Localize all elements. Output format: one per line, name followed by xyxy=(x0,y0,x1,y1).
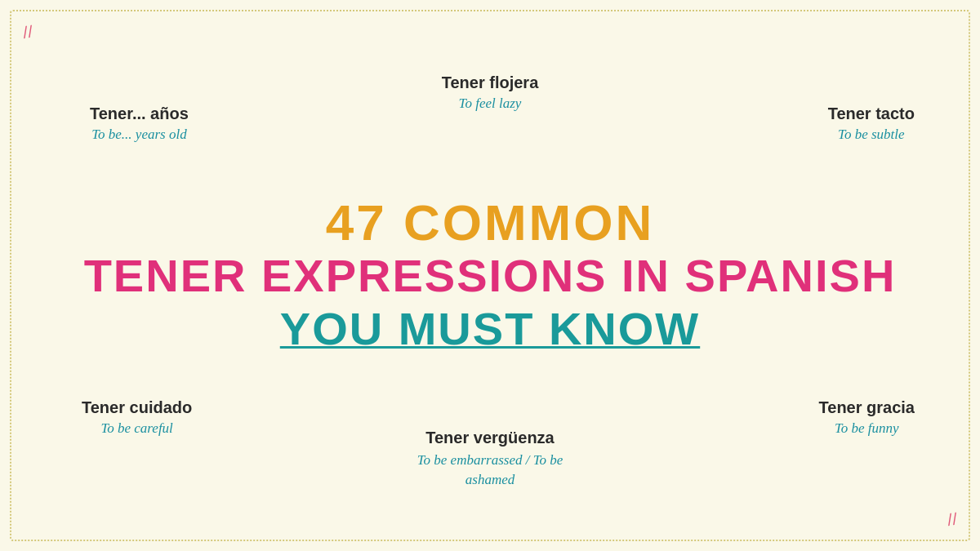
expr-cuidado-english: To be careful xyxy=(82,420,192,437)
title-line2: TENER EXPRESSIONS IN SPANISH xyxy=(84,251,897,301)
slash-decoration-tl: // xyxy=(21,22,34,42)
expr-gracia-spanish: Tener gracia xyxy=(819,398,915,417)
expr-flojera-spanish: Tener flojera xyxy=(442,73,539,92)
expr-tacto-spanish: Tener tacto xyxy=(828,104,915,123)
expression-tacto: Tener tacto To be subtle xyxy=(828,104,915,143)
title-line1: 47 COMMON xyxy=(84,195,897,251)
expression-cuidado: Tener cuidado To be careful xyxy=(82,398,192,437)
expr-gracia-english: To be funny xyxy=(819,420,915,437)
expr-verguenza-english: To be embarrassed / To be ashamed xyxy=(400,451,580,490)
expr-flojera-english: To feel lazy xyxy=(442,96,539,112)
title-line3: YOU MUST KNOW xyxy=(84,301,897,356)
expression-verguenza: Tener vergüenza To be embarrassed / To b… xyxy=(400,429,580,490)
slash-decoration-br: // xyxy=(946,509,959,529)
main-container: // // Tener flojera To feel lazy Tener..… xyxy=(0,0,980,551)
expr-cuidado-spanish: Tener cuidado xyxy=(82,398,192,417)
expression-anos: Tener... años To be... years old xyxy=(90,104,189,143)
expr-anos-english: To be... years old xyxy=(90,127,189,143)
expr-anos-spanish: Tener... años xyxy=(90,104,189,123)
expression-flojera: Tener flojera To feel lazy xyxy=(442,73,539,112)
expr-tacto-english: To be subtle xyxy=(828,127,915,143)
center-title: 47 COMMON TENER EXPRESSIONS IN SPANISH Y… xyxy=(84,195,897,356)
expr-verguenza-spanish: Tener vergüenza xyxy=(400,429,580,447)
expression-gracia: Tener gracia To be funny xyxy=(819,398,915,437)
